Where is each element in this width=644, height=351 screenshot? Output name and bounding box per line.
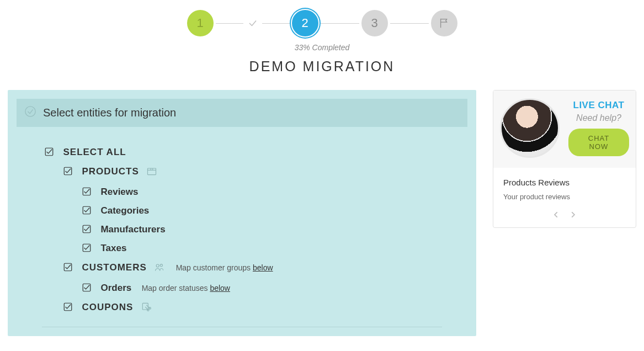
chevron-right-icon[interactable] bbox=[569, 211, 577, 221]
row-manufacturers[interactable]: Manufacturers bbox=[82, 224, 451, 235]
orders-label: Orders bbox=[100, 283, 131, 293]
checkbox-icon[interactable] bbox=[63, 262, 73, 272]
map-customer-groups-link[interactable]: below bbox=[253, 263, 273, 272]
panel-header: Select entities for migration bbox=[17, 99, 467, 127]
products-label: PRODUCTS bbox=[82, 166, 139, 177]
row-select-all[interactable]: SELECT ALL PRODUCTS bbox=[44, 147, 451, 315]
row-customers[interactable]: CUSTOMERS Map customer groups below bbox=[63, 262, 451, 294]
manufacturers-label: Manufacturers bbox=[100, 224, 165, 235]
svg-point-0 bbox=[25, 107, 35, 116]
live-chat-title: LIVE CHAT bbox=[568, 100, 629, 111]
panel-header-title: Select entities for migration bbox=[43, 107, 176, 119]
svg-rect-3 bbox=[148, 168, 156, 175]
svg-point-10 bbox=[160, 264, 162, 267]
row-orders[interactable]: Orders Map order statuses below bbox=[82, 283, 451, 294]
checkbox-icon[interactable] bbox=[63, 302, 73, 312]
row-taxes[interactable]: Taxes bbox=[82, 243, 451, 254]
sidebar: LIVE CHAT Need help? CHAT NOW Products R… bbox=[493, 90, 636, 336]
divider bbox=[42, 327, 442, 327]
checkbox-icon[interactable] bbox=[82, 205, 92, 215]
row-categories[interactable]: Categories bbox=[82, 205, 451, 216]
orders-map-note: Map order statuses below bbox=[142, 284, 230, 292]
live-chat-widget: LIVE CHAT Need help? CHAT NOW Products R… bbox=[493, 90, 636, 228]
checkbox-icon[interactable] bbox=[63, 166, 73, 176]
entity-tree: SELECT ALL PRODUCTS bbox=[17, 127, 467, 315]
check-circle-icon bbox=[24, 105, 36, 120]
step-1[interactable]: 1 bbox=[187, 10, 214, 36]
taxes-label: Taxes bbox=[100, 243, 126, 253]
step-3[interactable]: 3 bbox=[361, 10, 388, 36]
live-chat-subtitle: Need help? bbox=[568, 113, 629, 123]
map-note-text: Map customer groups bbox=[176, 263, 253, 272]
select-all-label: SELECT ALL bbox=[63, 147, 126, 157]
row-products[interactable]: PRODUCTS bbox=[63, 166, 451, 254]
page-title: DEMO MIGRATION bbox=[0, 59, 644, 75]
avatar bbox=[500, 98, 560, 158]
step-2[interactable]: 2 bbox=[292, 10, 318, 36]
checkbox-icon[interactable] bbox=[82, 224, 92, 234]
box-icon bbox=[146, 166, 158, 179]
chevron-left-icon[interactable] bbox=[552, 211, 560, 221]
info-card-title: Products Reviews bbox=[503, 178, 626, 187]
step-connector bbox=[216, 23, 243, 24]
step-check-icon bbox=[248, 18, 258, 28]
checkbox-icon[interactable] bbox=[82, 283, 92, 292]
map-order-statuses-link[interactable]: below bbox=[210, 284, 230, 292]
scissors-icon bbox=[140, 301, 152, 315]
step-connector bbox=[390, 23, 429, 24]
map-note-text: Map order statuses bbox=[142, 284, 210, 292]
checkbox-icon[interactable] bbox=[82, 243, 92, 253]
step-connector bbox=[321, 23, 359, 24]
stepper-progress-text: 33% Completed bbox=[0, 43, 644, 52]
step-finish[interactable] bbox=[431, 10, 457, 36]
checkbox-icon[interactable] bbox=[82, 187, 92, 196]
reviews-label: Reviews bbox=[100, 187, 138, 197]
users-icon bbox=[153, 262, 166, 275]
customers-map-note: Map customer groups below bbox=[176, 263, 273, 272]
step-connector bbox=[262, 23, 290, 24]
stepper: 1 2 3 33% Completed DEMO MIGRATION bbox=[0, 0, 644, 75]
checkbox-icon[interactable] bbox=[44, 147, 54, 157]
customers-label: CUSTOMERS bbox=[82, 262, 146, 273]
entities-panel: Select entities for migration SELECT ALL bbox=[8, 90, 476, 336]
svg-point-9 bbox=[156, 264, 159, 267]
row-reviews[interactable]: Reviews bbox=[82, 187, 451, 198]
categories-label: Categories bbox=[100, 205, 149, 216]
row-coupons[interactable]: COUPONS bbox=[63, 301, 451, 315]
chat-now-button[interactable]: CHAT NOW bbox=[568, 129, 629, 156]
coupons-label: COUPONS bbox=[82, 302, 133, 312]
info-card-text: Your product reviews bbox=[503, 193, 626, 201]
